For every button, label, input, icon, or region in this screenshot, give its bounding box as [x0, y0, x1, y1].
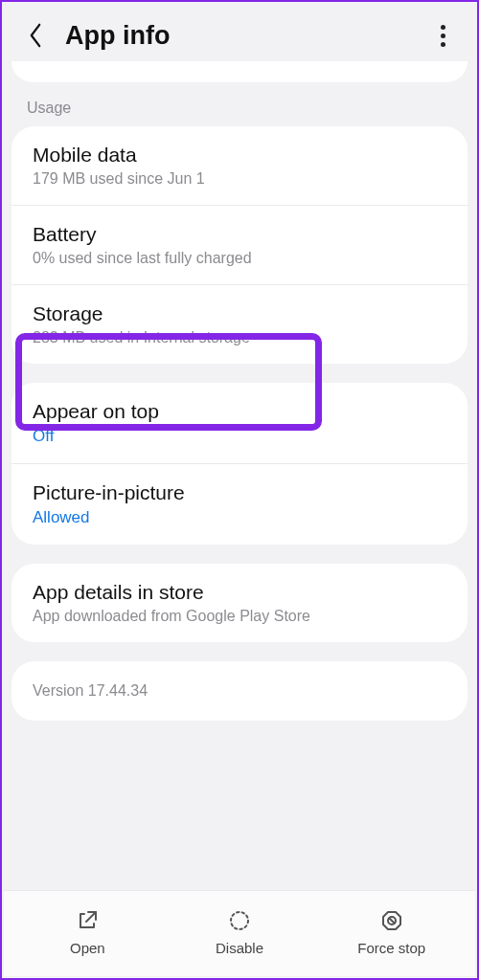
force-stop-label: Force stop: [357, 940, 425, 956]
row-title: Appear on top: [33, 400, 446, 423]
row-app-details-in-store[interactable]: App details in store App downloaded from…: [11, 564, 468, 642]
row-subtext: 0% used since last fully charged: [33, 250, 446, 267]
open-icon: [74, 907, 101, 934]
row-value: Allowed: [33, 508, 446, 527]
bottom-action-bar: Open Disable Force stop: [4, 890, 475, 976]
disable-label: Disable: [216, 940, 263, 956]
row-subtext: 283 MB used in Internal storage: [33, 329, 446, 346]
force-stop-icon: [378, 907, 405, 934]
svg-point-0: [231, 912, 248, 929]
content-scroll: Usage Mobile data 179 MB used since Jun …: [2, 61, 477, 884]
row-title: Mobile data: [33, 144, 446, 167]
row-battery[interactable]: Battery 0% used since last fully charged: [11, 205, 468, 284]
card-fragment-above: [11, 61, 468, 82]
overflow-menu-icon[interactable]: [429, 20, 456, 51]
version-text: Version 17.44.34: [11, 661, 468, 721]
row-title: Battery: [33, 223, 446, 246]
usage-card: Mobile data 179 MB used since Jun 1 Batt…: [11, 126, 468, 364]
section-label-usage: Usage: [27, 100, 468, 117]
row-value: Off: [33, 427, 446, 446]
row-picture-in-picture[interactable]: Picture-in-picture Allowed: [11, 463, 468, 545]
row-appear-on-top[interactable]: Appear on top Off: [11, 383, 468, 463]
row-storage[interactable]: Storage 283 MB used in Internal storage: [11, 284, 468, 364]
version-card: Version 17.44.34: [11, 661, 468, 721]
page-title: App info: [65, 21, 429, 51]
row-title: Storage: [33, 302, 446, 325]
open-button[interactable]: Open: [11, 907, 164, 956]
store-card: App details in store App downloaded from…: [11, 564, 468, 642]
open-label: Open: [70, 940, 105, 956]
force-stop-button[interactable]: Force stop: [315, 907, 468, 956]
disable-button[interactable]: Disable: [164, 907, 316, 956]
row-subtext: App downloaded from Google Play Store: [33, 608, 446, 625]
back-icon[interactable]: [19, 19, 52, 52]
row-mobile-data[interactable]: Mobile data 179 MB used since Jun 1: [11, 126, 468, 205]
disable-icon: [226, 907, 253, 934]
header-bar: App info: [2, 2, 477, 61]
row-title: Picture-in-picture: [33, 481, 446, 504]
row-subtext: 179 MB used since Jun 1: [33, 170, 446, 188]
row-title: App details in store: [33, 581, 446, 604]
overlay-card: Appear on top Off Picture-in-picture All…: [11, 383, 468, 545]
